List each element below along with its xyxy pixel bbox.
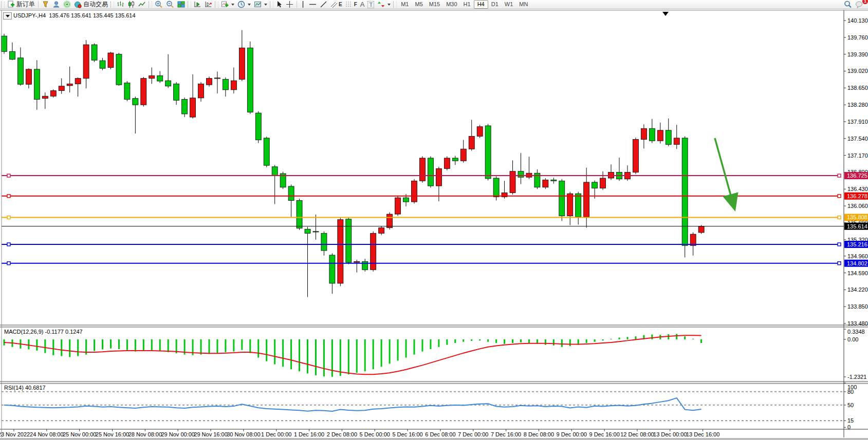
text-tool-button[interactable]: A: [359, 1, 366, 9]
chart-shift-button[interactable]: [203, 1, 214, 9]
fibonacci-icon: [345, 1, 353, 8]
tf-h1[interactable]: H1: [460, 1, 474, 8]
line-handle[interactable]: [7, 174, 10, 177]
signals-button[interactable]: [62, 1, 72, 9]
indicators-caret-icon: [231, 4, 234, 6]
autotrading-button[interactable]: 自动交易: [72, 1, 109, 9]
tf-d1[interactable]: D1: [488, 1, 502, 8]
time-tick-label: 13 Dec 16:00: [686, 431, 719, 437]
tf-m15[interactable]: M15: [426, 1, 443, 8]
line-handle[interactable]: [7, 262, 10, 265]
vertical-line-icon: [300, 1, 306, 8]
tf-m1[interactable]: M1: [398, 1, 412, 8]
rsi-scale-label: 50: [847, 402, 854, 408]
rsi-scale-label: 80: [847, 389, 854, 395]
time-tick-label: 8 Dec 08:00: [524, 431, 554, 437]
periods-button[interactable]: [236, 1, 252, 9]
price-tag: 135.216: [844, 241, 868, 248]
line-handle[interactable]: [7, 216, 10, 219]
candle-body: [149, 75, 155, 78]
zoom-in-button[interactable]: [153, 1, 164, 9]
line-chart-button[interactable]: [137, 1, 147, 9]
line-handle[interactable]: [838, 216, 841, 219]
time-tick-label: 6 Dec 08:00: [425, 431, 455, 437]
auto-scroll-icon: [194, 1, 201, 8]
arrows-tool-button[interactable]: [376, 1, 392, 9]
line-handle[interactable]: [7, 243, 10, 246]
fibonacci-tool-button[interactable]: F: [344, 1, 359, 9]
trendline-icon: [320, 1, 327, 8]
line-handle[interactable]: [7, 195, 10, 198]
chart-shift-icon: [205, 1, 212, 8]
tile-windows-button[interactable]: [176, 1, 187, 9]
candle-body: [371, 233, 376, 270]
chart-ohlc: 135.476 135.641 135.445 135.614: [49, 12, 135, 18]
price-chart[interactable]: 140.130139.760139.390139.020138.650138.2…: [0, 0, 868, 440]
horizontal-line-tool-button[interactable]: [307, 1, 318, 9]
price-tag: 136.278: [844, 193, 868, 200]
candle-body: [207, 79, 212, 85]
candle-body: [567, 194, 573, 216]
label-tool-button[interactable]: T: [366, 1, 376, 9]
chart-symbol: USDJPY-,H4: [13, 12, 46, 18]
auto-scroll-button[interactable]: [192, 1, 203, 9]
indicators-button[interactable]: [219, 1, 236, 9]
candle-body: [576, 194, 581, 217]
new-order-button[interactable]: 新订单: [6, 1, 36, 9]
profile-button[interactable]: [51, 1, 62, 9]
candle-body: [543, 180, 548, 187]
funnel-button[interactable]: [40, 1, 51, 9]
rsi-scale-label: 15: [847, 417, 854, 424]
candle-body: [649, 128, 655, 141]
tf-m30[interactable]: M30: [443, 1, 460, 8]
line-handle[interactable]: [838, 262, 841, 265]
crosshair-tool-button[interactable]: [284, 1, 295, 9]
search-button[interactable]: [842, 1, 854, 9]
price-tick-label: 137.540: [847, 136, 868, 142]
candle-body: [124, 83, 130, 100]
candle-body: [34, 69, 40, 100]
templates-caret-icon: [264, 4, 267, 6]
candle-body: [116, 54, 122, 85]
trendline-tool-button[interactable]: [318, 1, 329, 9]
candle-body: [428, 158, 433, 186]
price-tick-label: 138.650: [847, 85, 868, 91]
candle-body: [17, 58, 23, 84]
indicators-icon: [221, 1, 229, 8]
candle-body: [469, 136, 474, 149]
price-tick-label: 140.130: [847, 17, 868, 24]
line-handle[interactable]: [838, 243, 841, 246]
candlestick-button[interactable]: [126, 1, 137, 9]
tf-m5[interactable]: M5: [412, 1, 426, 8]
candle-body: [666, 130, 671, 145]
zoom-out-button[interactable]: [164, 1, 176, 9]
tf-h4[interactable]: H4: [474, 0, 488, 9]
price-tick-label: 139.760: [847, 34, 868, 41]
price-tag: 134.802: [844, 260, 868, 267]
line-handle[interactable]: [838, 174, 841, 177]
candle-body: [182, 99, 188, 113]
candle-body: [247, 48, 253, 112]
time-tick-label: 28 Nov 08:00: [128, 431, 162, 437]
notifications-button[interactable]: 1: [854, 1, 865, 9]
vertical-line-tool-button[interactable]: [299, 1, 307, 9]
line-handle[interactable]: [838, 195, 841, 198]
zoom-in-icon: [155, 1, 163, 8]
candle-body: [239, 48, 245, 79]
candle-body: [412, 181, 417, 202]
fibonacci-letter: F: [354, 2, 357, 7]
mt4-window: 新订单 自动交易: [0, 0, 868, 440]
bar-chart-button[interactable]: [115, 1, 126, 9]
candle-body: [264, 138, 269, 165]
periods-caret-icon: [248, 4, 251, 6]
tf-w1[interactable]: W1: [502, 1, 516, 8]
templates-icon: [254, 1, 262, 8]
channel-tool-button[interactable]: E: [329, 1, 344, 9]
templates-button[interactable]: [252, 1, 269, 9]
tf-mn[interactable]: MN: [516, 1, 531, 8]
price-tag: 135.808: [844, 214, 868, 221]
chart-menu-button[interactable]: [3, 12, 12, 20]
cursor-tool-button[interactable]: [274, 1, 284, 9]
crosshair-icon: [286, 1, 293, 8]
candle-body: [419, 158, 425, 181]
